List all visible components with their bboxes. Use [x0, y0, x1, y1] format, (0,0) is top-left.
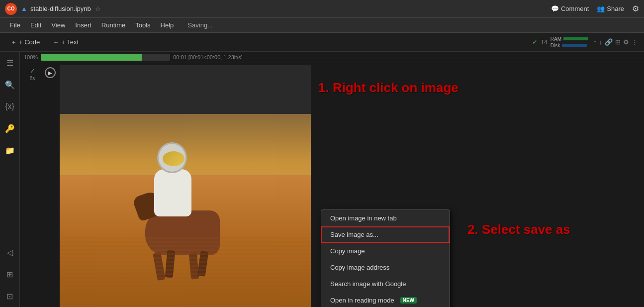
cell-check-icon: ✓ [30, 67, 35, 75]
sidebar-files-icon[interactable]: 📁 [3, 143, 17, 157]
cell-run-area: ✓ 8s ▶ [20, 63, 644, 307]
step2-annotation: 2. Select save as [467, 222, 570, 237]
cell-output: 1. Right click on image 2. Select save a… [60, 65, 644, 307]
star-icon[interactable]: ☆ [95, 5, 101, 12]
ctx-reading-mode[interactable]: Open in reading mode NEW [321, 292, 450, 307]
cell-gutter: ✓ 8s [20, 65, 45, 81]
menu-edit[interactable]: Edit [26, 20, 45, 30]
ctx-reading-mode-label: Open in reading mode [330, 297, 394, 304]
header-actions: 💬 Comment 👥 Share ⚙ [551, 4, 639, 13]
sidebar-collapse-icon[interactable]: ◁ [3, 245, 17, 259]
run-button[interactable]: ▶ [45, 67, 56, 78]
sidebar-variables-icon[interactable]: {x} [3, 100, 17, 113]
ctx-copy-image-address-label: Copy image address [330, 264, 389, 271]
plus-text-icon: ＋ [53, 38, 59, 47]
settings-cell-icon[interactable]: ⚙ [623, 38, 629, 46]
add-code-button[interactable]: ＋ + Code [6, 35, 44, 49]
title-bar: CO ▲ stable-diffusion.ipynb ☆ 💬 Comment … [0, 0, 644, 18]
context-menu: Open image in new tab Save image as... C… [321, 209, 450, 307]
run-button-area: ▶ [45, 65, 60, 78]
disk-label: Disk [551, 43, 560, 48]
desert-texture [60, 236, 311, 307]
checkmark-icon: ✓ [532, 38, 538, 46]
app-logo: CO [5, 3, 17, 15]
new-badge: NEW [400, 297, 417, 304]
sidebar-menu-icon[interactable]: ☰ [3, 56, 17, 70]
menu-help[interactable]: Help [157, 20, 178, 30]
progress-fill [41, 54, 142, 61]
notebook-toolbar: ＋ + Code ＋ + Text ✓ T4 RAM Disk ↑ ↓ 🔗 ⊞ … [0, 33, 644, 52]
t4-label: T4 [541, 39, 548, 46]
notebook-title[interactable]: stable-diffusion.ipynb [30, 5, 91, 12]
drive-icon: ▲ [21, 5, 27, 12]
sidebar: ☰ 🔍 {x} 🔑 📁 ◁ ⊞ ⊡ [0, 52, 20, 307]
cell-strip: 100% 00:01 [00:01<00:00, 1.23it/s] [20, 52, 644, 63]
ctx-search-google-label: Search image with Google [330, 280, 406, 288]
menu-runtime[interactable]: Runtime [97, 20, 129, 30]
ctx-copy-image-label: Copy image [330, 247, 365, 255]
sidebar-layers-icon[interactable]: ⊡ [3, 289, 17, 303]
astronaut-body [154, 169, 191, 216]
ctx-copy-image[interactable]: Copy image [321, 243, 450, 259]
comment-icon: 💬 [551, 5, 559, 12]
menu-file[interactable]: File [6, 20, 24, 30]
arrow-up-icon[interactable]: ↑ [593, 38, 597, 46]
sidebar-search-icon[interactable]: 🔍 [3, 78, 17, 92]
cell-progress-text: 00:01 [00:01<00:00, 1.23it/s] [173, 54, 243, 60]
link-icon[interactable]: 🔗 [605, 38, 613, 46]
expand-icon[interactable]: ⊞ [615, 38, 621, 46]
step1-annotation: 1. Right click on image [318, 80, 459, 96]
ram-disk-indicator: RAM Disk [551, 36, 588, 48]
ctx-open-new-tab-label: Open image in new tab [330, 214, 397, 222]
ctx-copy-image-address[interactable]: Copy image address [321, 259, 450, 276]
progress-bar [41, 54, 170, 61]
ram-label: RAM [551, 36, 561, 42]
share-button[interactable]: 👥 Share [597, 5, 624, 12]
ctx-open-new-tab[interactable]: Open image in new tab [321, 210, 450, 226]
plus-code-icon: ＋ [10, 38, 17, 47]
settings-button[interactable]: ⚙ [632, 4, 639, 13]
sidebar-terminal-icon[interactable]: ⊞ [3, 267, 17, 281]
more-icon[interactable]: ⋮ [632, 38, 638, 46]
ctx-save-image-as[interactable]: Save image as... [321, 226, 450, 243]
astronaut-helmet [157, 142, 187, 173]
ctx-save-image-as-label: Save image as... [330, 231, 378, 238]
astronaut-visor [163, 151, 184, 166]
ram-bar [563, 37, 588, 40]
menu-tools[interactable]: Tools [131, 20, 154, 30]
logo-text: CO [7, 6, 15, 11]
sidebar-secrets-icon[interactable]: 🔑 [3, 121, 17, 135]
menu-bar: File Edit View Insert Runtime Tools Help… [0, 18, 644, 33]
people-icon: 👥 [597, 5, 605, 12]
arrow-down-icon[interactable]: ↓ [599, 38, 603, 46]
saving-status: Saving... [184, 20, 217, 30]
ctx-search-google[interactable]: Search image with Google [321, 276, 450, 292]
disk-bar [562, 44, 587, 47]
menu-insert[interactable]: Insert [71, 20, 95, 30]
menu-view[interactable]: View [47, 20, 69, 30]
comment-button[interactable]: 💬 Comment [551, 5, 589, 12]
main-area: ☰ 🔍 {x} 🔑 📁 ◁ ⊞ ⊡ 100% 00:01 [00:01<00:0… [0, 52, 644, 307]
cell-timer: 8s [30, 76, 35, 81]
zoom-level: 100% [24, 54, 38, 60]
cell-toolbar-icons: ↑ ↓ 🔗 ⊞ ⚙ ⋮ [593, 38, 638, 46]
notebook-content: 100% 00:01 [00:01<00:00, 1.23it/s] ✓ 8s … [20, 52, 644, 307]
generated-image[interactable] [60, 65, 311, 307]
add-text-button[interactable]: ＋ + Text [48, 35, 83, 49]
